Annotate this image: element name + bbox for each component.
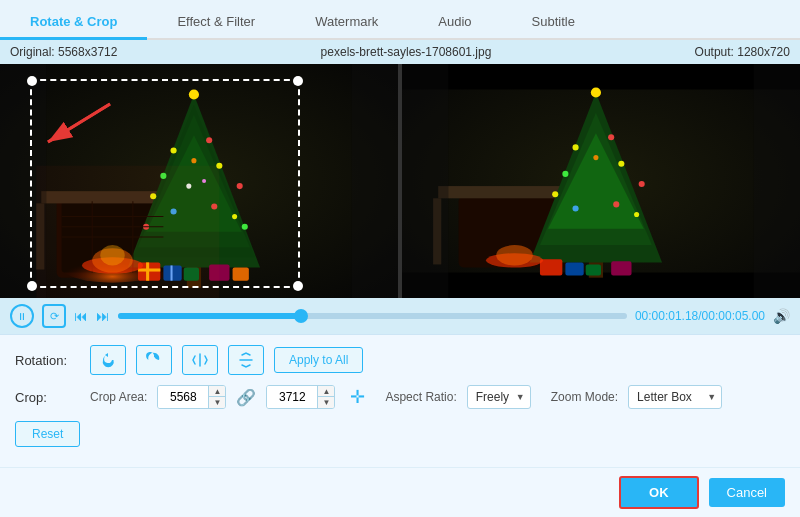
flip-v-icon [238,352,254,368]
flip-h-icon [192,352,208,368]
main-content: Original: 5568x3712 pexels-brett-sayles-… [0,40,800,517]
rotation-row: Rotation: Apply to All [15,345,785,375]
svg-rect-75 [611,261,631,275]
crop-width-spinner: ▲ ▼ [208,386,225,408]
svg-point-62 [608,134,614,140]
crop-area-label: Crop Area: [90,390,147,404]
rotate-ccw-icon [100,352,116,368]
rotate-ccw-button[interactable] [90,345,126,375]
rotate-cw-icon [146,352,162,368]
crop-width-up[interactable]: ▲ [209,386,225,397]
svg-rect-74 [586,264,601,275]
loop-button[interactable]: ⟳ [42,304,66,328]
crosshair-icon[interactable]: ✛ [350,386,365,408]
svg-point-67 [552,191,558,197]
crop-label: Crop: [15,390,80,405]
svg-rect-79 [754,64,800,298]
crop-height-down[interactable]: ▼ [318,397,334,408]
tab-audio[interactable]: Audio [408,6,501,40]
video-left [0,64,398,298]
svg-point-70 [634,212,639,217]
svg-point-68 [573,205,579,211]
tab-watermark[interactable]: Watermark [285,6,408,40]
preview-info-bar: Original: 5568x3712 pexels-brett-sayles-… [0,40,800,64]
svg-point-77 [496,245,533,265]
bottom-bar: OK Cancel [0,467,800,517]
svg-point-64 [562,171,568,177]
cancel-button[interactable]: Cancel [709,478,785,507]
volume-button[interactable]: 🔊 [773,308,790,324]
svg-rect-78 [402,64,448,298]
crop-height-spinner: ▲ ▼ [317,386,334,408]
pause-icon: ⏸ [17,311,27,322]
svg-point-63 [618,161,624,167]
link-icon[interactable]: 🔗 [236,388,256,407]
tab-subtitle[interactable]: Subtitle [502,6,605,40]
apply-all-button[interactable]: Apply to All [274,347,363,373]
svg-rect-37 [352,64,398,298]
tab-effect-filter[interactable]: Effect & Filter [147,6,285,40]
video-right [402,64,800,298]
crop-width-down[interactable]: ▼ [209,397,225,408]
crop-box[interactable] [30,79,300,288]
preview-videos [0,64,800,298]
progress-thumb[interactable] [294,309,308,323]
svg-point-71 [591,87,601,97]
preview-area: Original: 5568x3712 pexels-brett-sayles-… [0,40,800,334]
crop-handle-br[interactable] [293,281,303,291]
ok-button[interactable]: OK [619,476,699,509]
controls-section: Rotation: Apply to All [0,334,800,467]
svg-point-66 [639,181,645,187]
flip-vertical-button[interactable] [228,345,264,375]
tab-rotate-crop[interactable]: Rotate & Crop [0,6,147,40]
svg-rect-51 [402,64,800,89]
crop-width-input[interactable] [158,386,208,408]
progress-bar[interactable] [118,313,627,319]
aspect-ratio-label: Aspect Ratio: [385,390,456,404]
crop-handle-tr[interactable] [293,76,303,86]
aspect-ratio-select[interactable]: Freely 16:9 4:3 1:1 9:16 [467,385,531,409]
crop-width-input-group: ▲ ▼ [157,385,226,409]
rotation-label: Rotation: [15,353,80,368]
svg-point-69 [613,201,619,207]
crop-handle-tl[interactable] [27,76,37,86]
reset-row: Reset [15,419,785,447]
reset-button[interactable]: Reset [15,421,80,447]
crop-row: Crop: Crop Area: ▲ ▼ 🔗 ▲ ▼ ✛ Aspect Rati… [15,385,785,409]
skip-forward-button[interactable]: ⏭ [96,308,110,324]
skip-back-button[interactable]: ⏮ [74,308,88,324]
aspect-ratio-select-wrapper: Freely 16:9 4:3 1:1 9:16 [467,385,531,409]
flip-horizontal-button[interactable] [182,345,218,375]
tab-bar: Rotate & Crop Effect & Filter Watermark … [0,0,800,40]
original-size-label: Original: 5568x3712 [10,45,117,59]
svg-point-65 [593,155,598,160]
crop-handle-bl[interactable] [27,281,37,291]
playback-bar: ⏸ ⟳ ⏮ ⏭ 00:00:01.18/00:00:05.00 🔊 [0,298,800,334]
crop-height-input[interactable] [267,386,317,408]
loop-icon: ⟳ [50,310,59,323]
pause-button[interactable]: ⏸ [10,304,34,328]
crop-height-up[interactable]: ▲ [318,386,334,397]
filename-label: pexels-brett-sayles-1708601.jpg [321,45,492,59]
rotate-cw-button[interactable] [136,345,172,375]
zoom-mode-label: Zoom Mode: [551,390,618,404]
svg-point-61 [573,144,579,150]
output-size-label: Output: 1280x720 [695,45,790,59]
crop-height-input-group: ▲ ▼ [266,385,335,409]
svg-rect-72 [540,259,562,275]
zoom-mode-select-wrapper: Letter Box Pan & Scan Full [628,385,722,409]
progress-fill [118,313,301,319]
svg-rect-73 [565,262,583,275]
zoom-mode-select[interactable]: Letter Box Pan & Scan Full [628,385,722,409]
time-display: 00:00:01.18/00:00:05.00 [635,309,765,323]
